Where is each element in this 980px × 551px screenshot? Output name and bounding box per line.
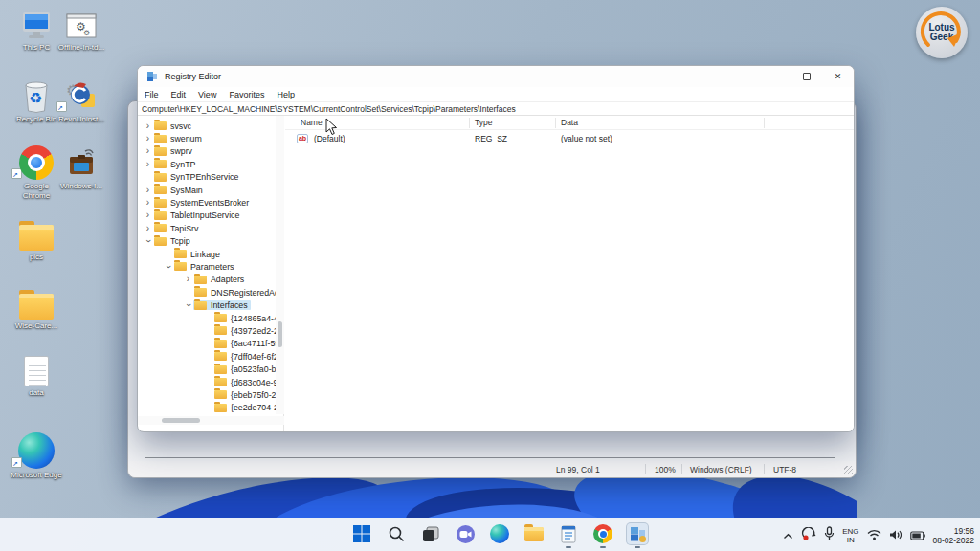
file-explorer-icon[interactable] [523, 522, 546, 545]
tray-chevron-up-icon[interactable] [783, 527, 793, 544]
desktop-icon-windows-tool[interactable]: Windows-I... [56, 143, 107, 191]
tree-item-systemeventsbroker[interactable]: ›SystemEventsBroker [138, 196, 283, 209]
battery-icon[interactable] [910, 527, 925, 544]
chevron-collapsed-icon[interactable]: › [143, 198, 153, 208]
task-view-icon[interactable] [419, 522, 442, 545]
revo-uninstaller-icon: ⚙ [56, 77, 107, 113]
tree-item-a0523fa0bb28[interactable]: {a0523fa0-bb28 [138, 363, 283, 375]
tree-item-svsvc[interactable]: ›svsvc [138, 120, 283, 132]
tree-horizontal-scrollbar[interactable] [138, 416, 284, 425]
microphone-icon[interactable] [824, 526, 835, 544]
folder-icon [194, 276, 207, 284]
tree-vertical-scrollbar[interactable] [276, 116, 284, 414]
svg-text:♻: ♻ [29, 90, 42, 106]
tree-item-syntp[interactable]: ›SynTP [138, 158, 283, 170]
tree-item-tabletinputservice[interactable]: ›TabletInputService [138, 209, 283, 222]
folder-icon [154, 199, 167, 208]
chevron-expanded-icon[interactable]: › [184, 300, 193, 311]
tree-item-parameters[interactable]: ›Parameters [138, 260, 283, 273]
chevron-collapsed-icon[interactable]: › [143, 186, 153, 195]
scrollbar-thumb[interactable] [278, 321, 282, 347]
minimize-button[interactable] [759, 66, 791, 87]
tree-item-ebeb75f02b7[interactable]: {ebeb75f0-2b7 [138, 388, 283, 401]
folder-icon [214, 340, 227, 348]
chrome-taskbar-icon[interactable] [591, 522, 614, 545]
resize-grip[interactable] [844, 466, 853, 474]
value-row-default[interactable]: ab (Default) REG_SZ (value not set) [285, 133, 854, 145]
tree-item-d683c04e979[interactable]: {d683c04e-979 [138, 376, 283, 388]
menu-file[interactable]: File [143, 90, 161, 99]
registry-editor-taskbar-icon[interactable] [626, 522, 649, 545]
column-header-type[interactable]: Type [475, 118, 492, 127]
tree-item-adapters[interactable]: ›Adapters [138, 274, 283, 286]
chevron-collapsed-icon[interactable]: › [143, 210, 153, 220]
menu-favorites[interactable]: Favorites [227, 90, 266, 99]
desktop-icon-microsoft-edge[interactable]: Microsoft Edge [11, 432, 62, 480]
column-header-data[interactable]: Data [561, 118, 578, 127]
scrollbar-thumb[interactable] [162, 418, 200, 423]
tree-item-linkage[interactable]: Linkage [138, 248, 283, 260]
registry-editor-icon [146, 71, 158, 82]
clock[interactable]: 19:56 08-02-2022 [933, 526, 974, 545]
address-bar[interactable]: Computer\HKEY_LOCAL_MACHINE\SYSTEM\Curre… [138, 101, 854, 116]
chevron-collapsed-icon[interactable]: › [143, 224, 153, 233]
chevron-collapsed-icon[interactable]: › [143, 160, 153, 169]
desktop-icon-revo-uninstaller[interactable]: ⚙ RevoUninst... [56, 77, 107, 124]
menu-view[interactable]: View [196, 90, 218, 99]
registry-editor-window[interactable]: Registry Editor ✕ FileEditViewFavoritesH… [137, 65, 855, 432]
desktop-icon-label: This PC [11, 43, 62, 53]
search-icon[interactable] [385, 522, 408, 545]
screen-recorder-icon[interactable] [801, 527, 816, 544]
folder-icon [214, 352, 227, 361]
chevron-collapsed-icon[interactable]: › [183, 275, 193, 284]
chat-icon[interactable] [454, 522, 477, 545]
desktop-icon-google-chrome[interactable]: Google Chrome [11, 143, 62, 200]
folder-icon [154, 211, 167, 220]
language-indicator[interactable]: ENG IN [842, 527, 858, 544]
desktop-icon-pics-folder[interactable]: pics [11, 214, 62, 262]
speaker-icon[interactable] [889, 527, 902, 544]
desktop-icon-this-pc[interactable]: This PC [11, 5, 62, 53]
tree-item-43972ed229c[interactable]: {43972ed2-29c [138, 324, 283, 337]
desktop-icon-offline-installer[interactable]: ⚙ ⚙ Offline-In-td... [56, 5, 107, 53]
menu-help[interactable]: Help [275, 90, 297, 99]
tree-item-syntpenhservice[interactable]: SynTPEnhService [138, 171, 283, 184]
folder-icon [214, 404, 227, 412]
title-bar[interactable]: Registry Editor ✕ [138, 66, 854, 87]
folder-icon [154, 224, 167, 232]
notepad-taskbar-icon[interactable] [557, 522, 580, 545]
tree-item-tapisrv[interactable]: ›TapiSrv [138, 222, 283, 234]
chevron-expanded-icon[interactable]: › [144, 236, 153, 247]
desktop-icon-data-document[interactable]: data [11, 350, 62, 398]
menu-edit[interactable]: Edit [169, 90, 189, 99]
chevron-collapsed-icon[interactable]: › [143, 134, 153, 143]
column-header-name[interactable]: Name [301, 118, 323, 127]
chevron-collapsed-icon[interactable]: › [143, 121, 153, 131]
wifi-icon[interactable] [867, 527, 881, 544]
tree-item-swprv[interactable]: ›swprv [138, 145, 283, 158]
folder-icon [154, 173, 167, 182]
tree-item-label: Parameters [190, 262, 234, 272]
desktop-icon-label: Offline-In-td... [56, 43, 107, 53]
svg-text:⚙: ⚙ [83, 29, 90, 37]
desktop-icon-wise-care-folder[interactable]: Wise-Care... [11, 283, 62, 331]
chevron-collapsed-icon[interactable]: › [143, 146, 153, 156]
tree-item-label: swprv [170, 146, 192, 156]
lotus-geek-logo: Lotus Geek [916, 7, 968, 58]
tree-item-sysmain[interactable]: ›SysMain [138, 184, 283, 196]
tree-item-ee2de70421f3[interactable]: {ee2de704-21f3 [138, 402, 283, 414]
close-button[interactable]: ✕ [822, 66, 854, 87]
desktop-icon-label: RevoUninst... [56, 115, 107, 124]
tree-item-tcpip[interactable]: ›Tcpip [138, 235, 283, 248]
tree-item-7dff04ef6f20[interactable]: {7dff04ef-6f20- [138, 350, 283, 363]
tree-item-124865a44e0[interactable]: {124865a4-4e0 [138, 312, 283, 324]
tree-item-6ac4711f59e3[interactable]: {6ac4711f-59e3 [138, 338, 283, 350]
tree-item-dnsregisteredad[interactable]: DNSRegisteredAd [138, 286, 283, 298]
tree-item-swenum[interactable]: ›swenum [138, 132, 283, 144]
maximize-button[interactable] [791, 66, 822, 87]
edge-taskbar-icon[interactable] [488, 522, 511, 545]
tree-item-interfaces[interactable]: ›Interfaces [138, 298, 283, 311]
chevron-expanded-icon[interactable]: › [164, 261, 173, 272]
desktop-icon-recycle-bin[interactable]: ♻ Recycle Bin [11, 77, 62, 124]
start-button[interactable] [350, 522, 373, 545]
